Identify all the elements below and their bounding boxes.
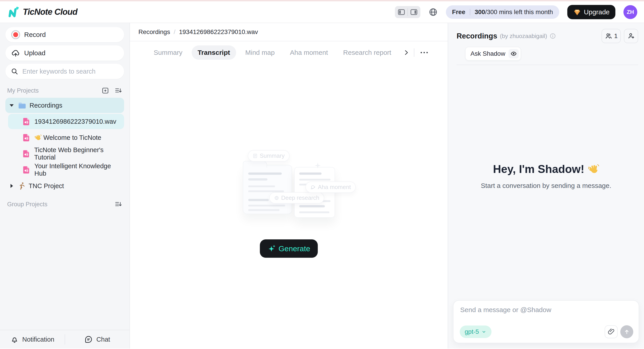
runner-emoji-icon [18,182,26,190]
paperclip-icon [607,328,615,335]
sidebar-footer: Notification Chat [0,330,130,348]
wave-emoji-icon [34,134,42,141]
send-button[interactable] [620,325,633,338]
sparkle-decor-icon [314,162,322,169]
doc-icon [253,153,258,158]
upload-button[interactable]: Upload [5,46,124,61]
main-content: Recordings / 1934126986222379010.wav Sum… [130,23,448,348]
sort-projects-button[interactable] [114,87,122,95]
tab-transcript[interactable]: Transcript [192,46,236,60]
language-globe-button[interactable] [428,8,438,17]
upgrade-button[interactable]: Upgrade [567,5,616,19]
tab-aha-moment[interactable]: Aha moment [284,46,334,60]
message-composer: gpt-5 [453,300,639,343]
bulb-faint-icon [310,185,316,190]
brand-logo: TicNote Cloud [8,6,77,18]
illustration-aha-pill: Aha moment [306,181,356,193]
search-icon [11,68,18,75]
illustration-folder [243,165,292,214]
my-projects-label: My Projects [7,87,39,94]
assistant-greeting: Hey, I'm Shadow! [493,163,599,176]
plan-usage-badge: Free 300/300 mins left this month [446,5,559,19]
audio-file-icon [22,117,31,126]
tabs-scroll-right-button[interactable] [403,49,410,56]
info-icon [550,33,556,39]
upload-cloud-icon [11,49,20,58]
chat-label: Chat [96,336,110,343]
people-icon [605,32,612,40]
usage-label: 300/300 mins left this month [475,9,553,16]
visibility-toggle[interactable] [508,49,519,58]
tab-research-report[interactable]: Research report [337,46,397,60]
add-member-button[interactable] [624,29,638,43]
chevron-right-icon [403,49,410,56]
sidebar-item-wav-file[interactable]: 1934126986222379010.wav [8,114,124,129]
chat-bubble-icon [84,335,93,344]
ask-shadow-label: Ask Shadow [470,50,505,57]
caret-right-icon[interactable] [8,184,15,188]
plan-divider [470,9,470,15]
bell-icon [10,335,19,344]
assistant-owner: (by zhuozaabigail) [500,33,547,40]
panel-right-icon [410,8,418,16]
toggle-left-panel-button[interactable] [397,8,406,16]
file-label: Welcome to TicNote [44,134,101,141]
panel-toggle-group [395,6,420,18]
file-label: TicNote Web Beginner's Tutorial [34,146,124,161]
breadcrumb-separator: / [174,29,176,36]
chevron-down-icon [481,329,486,334]
sidebar-item-tutorial[interactable]: TicNote Web Beginner's Tutorial [8,146,124,161]
user-avatar[interactable]: ZH [624,5,637,19]
ticnote-logo-icon [8,6,20,18]
sidebar-item-recordings-folder[interactable]: Recordings [5,98,124,113]
breadcrumb-current: 1934126986222379010.wav [179,29,258,36]
audio-file-icon [22,165,31,174]
tab-summary[interactable]: Summary [148,46,188,60]
sidebar-item-tnc-project[interactable]: TNC Project [5,178,124,194]
breadcrumb: Recordings / 1934126986222379010.wav [130,23,448,41]
caret-down-icon[interactable] [8,104,15,107]
tab-ask-shadow[interactable]: Ask Shadow [465,47,521,61]
record-icon [11,30,20,39]
generate-label: Generate [278,244,310,253]
sparkle-icon [268,244,277,253]
sort-icon [114,87,122,95]
sort-group-projects-button[interactable] [114,200,122,208]
record-label: Record [24,31,46,39]
toggle-right-panel-button[interactable] [410,8,418,16]
audio-file-icon [22,149,31,158]
members-button[interactable]: 1 [602,29,621,43]
search-input[interactable] [22,68,119,75]
audio-file-icon [22,133,31,142]
breadcrumb-root[interactable]: Recordings [138,29,170,36]
app-header: TicNote Cloud [0,1,644,23]
assistant-empty-state: Hey, I'm Shadow! Start a conversation by… [448,65,644,300]
tabs-divider [414,48,414,57]
file-label: Your Intelligent Knowledge Hub [34,162,124,177]
new-project-button[interactable] [101,87,109,95]
tnc-label: TNC Project [28,182,64,190]
model-selector[interactable]: gpt-5 [460,325,492,338]
attach-file-button[interactable] [605,325,618,338]
empty-state-illustration: Summary Deep research Aha moment [243,150,342,219]
tab-bar: Summary Transcript Mind map Aha moment R… [130,41,448,64]
sidebar-item-welcome[interactable]: Welcome to TicNote [8,130,124,145]
illustration-summary-pill: Summary [248,150,290,162]
notification-button[interactable]: Notification [0,330,64,348]
assistant-hint: Start a conversation by sending a messag… [481,182,611,189]
sidebar-item-knowledge-hub[interactable]: Your Intelligent Knowledge Hub [8,162,124,177]
generate-button[interactable]: Generate [260,239,318,258]
chat-button[interactable]: Chat [65,330,130,348]
tab-mind-map[interactable]: Mind map [239,46,281,60]
assistant-panel: Recordings (by zhuozaabigail) [448,23,644,348]
model-label: gpt-5 [465,328,479,335]
globe-faint-icon [274,196,279,200]
tabs-more-button[interactable] [418,50,430,56]
panel-left-icon [397,8,406,16]
message-input[interactable] [460,306,633,325]
illustration-deep-research-pill: Deep research [269,192,324,204]
info-button[interactable] [550,33,556,39]
record-button[interactable]: Record [5,27,124,42]
upgrade-label: Upgrade [584,8,610,16]
upload-label: Upload [24,49,46,57]
